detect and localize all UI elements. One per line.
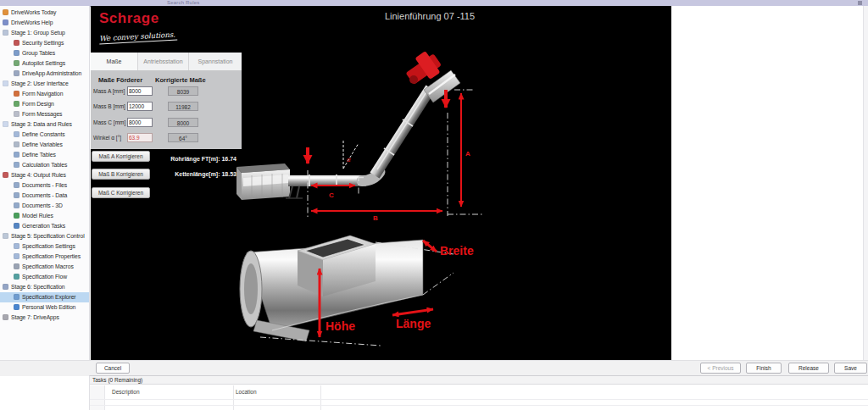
mass-b-input[interactable] bbox=[127, 102, 153, 111]
vertical-scrollbar[interactable] bbox=[863, 6, 868, 360]
design-pad-icon bbox=[14, 101, 19, 107]
form-row: Mass B [mm] 11982 bbox=[91, 102, 242, 112]
tasks-panel-title: Tasks (0 Remaining) bbox=[90, 376, 868, 385]
sidebar-item-form-design[interactable]: Form Design bbox=[0, 99, 89, 109]
rohrlaenge-label: Rohrlänge FT[m]: bbox=[170, 156, 220, 162]
sidebar-item-specification-macros[interactable]: Specification Macros bbox=[0, 262, 89, 272]
spec-doc-icon bbox=[14, 253, 19, 259]
save-button[interactable]: Save bbox=[834, 363, 867, 374]
window-icon bbox=[3, 80, 8, 86]
sidebar-item-define-tables[interactable]: Define Tables bbox=[0, 150, 89, 160]
sidebar-item-driveworks-help[interactable]: DriveWorks Help bbox=[0, 18, 89, 28]
sidebar-item-label: Documents - Data bbox=[22, 192, 67, 198]
sidebar-item-driveworks-today[interactable]: DriveWorks Today bbox=[0, 8, 89, 18]
sidebar-item-stage2-user-interface[interactable]: Stage 2: User Interface bbox=[0, 79, 89, 89]
toolbar-icon bbox=[858, 1, 862, 5]
sidebar-item-define-variables[interactable]: Define Variables bbox=[0, 140, 89, 150]
sidebar-item-define-constants[interactable]: Define Constants bbox=[0, 130, 89, 140]
sidebar-item-label: Form Messages bbox=[22, 111, 62, 117]
tab-masse[interactable]: Maße bbox=[91, 53, 138, 70]
sidebar-item-driveapp-administration[interactable]: DriveApp Administration bbox=[0, 69, 89, 79]
sidebar-item-label: Autopilot Settings bbox=[22, 60, 65, 66]
compass-icon bbox=[14, 91, 19, 97]
sidebar-item-label: Stage 4: Output Rules bbox=[11, 172, 66, 178]
form-row: Winkel α [°] 64° bbox=[91, 133, 242, 143]
winkel-input[interactable] bbox=[127, 133, 153, 142]
sidebar-item-label: Calculation Tables bbox=[22, 162, 67, 168]
sidebar-item-specification-flow[interactable]: Specification Flow bbox=[0, 272, 89, 282]
dim-c-label: C bbox=[329, 191, 334, 199]
sidebar-item-autopilot-settings[interactable]: Autopilot Settings bbox=[0, 58, 89, 69]
sidebar-item-specification-settings[interactable]: Specification Settings bbox=[0, 241, 89, 252]
sidebar-item-generation-tasks[interactable]: Generation Tasks bbox=[0, 221, 89, 231]
sidebar-item-label: DriveWorks Help bbox=[11, 19, 53, 25]
autopilot-gauge-icon bbox=[14, 60, 19, 66]
kettenlaenge-value: 18.53 bbox=[221, 171, 236, 177]
sidebar-item-label: Group Tables bbox=[22, 50, 55, 56]
tasks-selector-column bbox=[90, 385, 104, 410]
tasks-column-location[interactable]: Location bbox=[236, 389, 257, 395]
sidebar-item-stage5-specification-control[interactable]: Stage 5: Specification Control bbox=[0, 231, 89, 241]
conveyor-render: A B C α bbox=[236, 48, 482, 222]
sidebar-item-group-tables[interactable]: Group Tables bbox=[0, 48, 89, 58]
sidebar-item-form-navigation[interactable]: Form Navigation bbox=[0, 89, 89, 99]
rohrlaenge-value: 16.74 bbox=[221, 156, 236, 162]
drive-motor bbox=[402, 48, 445, 89]
sidebar-item-security-settings[interactable]: Security Settings bbox=[0, 38, 89, 48]
mass-c-korrigieren-button[interactable]: Maß C Korrigieren bbox=[92, 187, 150, 198]
sidebar-item-documents-data[interactable]: Documents - Data bbox=[0, 191, 89, 201]
sidebar-item-documents-files[interactable]: Documents - Files bbox=[0, 180, 89, 191]
driveapps-icon bbox=[3, 314, 8, 320]
column-divider bbox=[104, 385, 105, 410]
laenge-label: Länge bbox=[396, 317, 431, 330]
sidebar-item-label: Specification Explorer bbox=[22, 294, 76, 300]
sidebar-item-documents-3d[interactable]: Documents - 3D bbox=[0, 201, 89, 211]
release-button[interactable]: Release bbox=[788, 363, 829, 374]
brand-logo: Schrage We convey solutions. bbox=[99, 10, 177, 42]
column-header-masse-foerderer: Maße Förderer bbox=[98, 76, 142, 84]
table-icon bbox=[14, 152, 19, 158]
search-input[interactable]: Search Rules bbox=[167, 0, 199, 5]
sidebar-item-stage3-data-and-rules[interactable]: Stage 3: Data and Rules bbox=[0, 119, 89, 130]
sidebar-item-calculation-tables[interactable]: Calculation Tables bbox=[0, 160, 89, 170]
sidebar-item-form-messages[interactable]: Form Messages bbox=[0, 109, 89, 119]
sidebar-item-label: Model Rules bbox=[22, 213, 53, 219]
breite-label: Breite bbox=[440, 244, 474, 258]
sidebar-item-label: Personal Web Edition bbox=[22, 304, 75, 310]
generation-globe-icon bbox=[14, 223, 19, 229]
mass-c-input[interactable] bbox=[127, 118, 153, 127]
sidebar-item-stage7-driveapps[interactable]: Stage 7: DriveApps bbox=[0, 313, 89, 323]
mass-b-label: Mass B [mm] bbox=[93, 103, 125, 109]
form-row: Mass C [mm] 8000 bbox=[91, 118, 242, 128]
document-icon bbox=[14, 202, 19, 208]
sidebar-item-label: Stage 6: Specification bbox=[11, 284, 65, 290]
tab-antriebsstation[interactable]: Antriebsstation bbox=[138, 53, 189, 70]
sidebar-item-specification-properties[interactable]: Specification Properties bbox=[0, 252, 89, 262]
tasks-column-description[interactable]: Description bbox=[112, 389, 140, 395]
angle-alpha-label: α bbox=[347, 156, 351, 163]
sidebar-item-label: Stage 2: User Interface bbox=[11, 80, 69, 86]
dimensions-form: Maße Antriebsstation Spannstation Maße F… bbox=[91, 53, 242, 149]
sidebar-item-label: Documents - Files bbox=[22, 182, 67, 188]
tab-spannstation[interactable]: Spannstation bbox=[189, 53, 242, 70]
sidebar-item-personal-web-edition[interactable]: Personal Web Edition bbox=[0, 302, 89, 313]
spec-gear-icon bbox=[3, 284, 8, 290]
finish-button[interactable]: Finish bbox=[746, 363, 782, 374]
sidebar-item-label: Security Settings bbox=[22, 40, 64, 46]
mass-c-label: Mass C [mm] bbox=[93, 119, 125, 125]
mass-b-corrected-value: 11982 bbox=[168, 102, 198, 111]
calc-table-icon bbox=[14, 162, 19, 168]
mass-a-input[interactable] bbox=[127, 86, 153, 96]
sidebar-item-specification-explorer[interactable]: Specification Explorer bbox=[0, 292, 89, 302]
table-row bbox=[90, 405, 868, 406]
previous-button[interactable]: < Previous bbox=[700, 363, 741, 374]
dim-b-label: B bbox=[373, 214, 378, 222]
sidebar-item-stage1-group-setup[interactable]: Stage 1: Group Setup bbox=[0, 28, 89, 38]
window-data-icon bbox=[3, 121, 8, 127]
sidebar-item-stage4-output-rules[interactable]: Stage 4: Output Rules bbox=[0, 170, 89, 180]
cancel-button[interactable]: Cancel bbox=[96, 363, 130, 374]
sidebar-item-stage6-specification[interactable]: Stage 6: Specification bbox=[0, 282, 89, 292]
flow-nodes-icon bbox=[14, 274, 19, 280]
sidebar-item-model-rules[interactable]: Model Rules bbox=[0, 211, 89, 221]
hoehe-label: Höhe bbox=[326, 319, 355, 333]
